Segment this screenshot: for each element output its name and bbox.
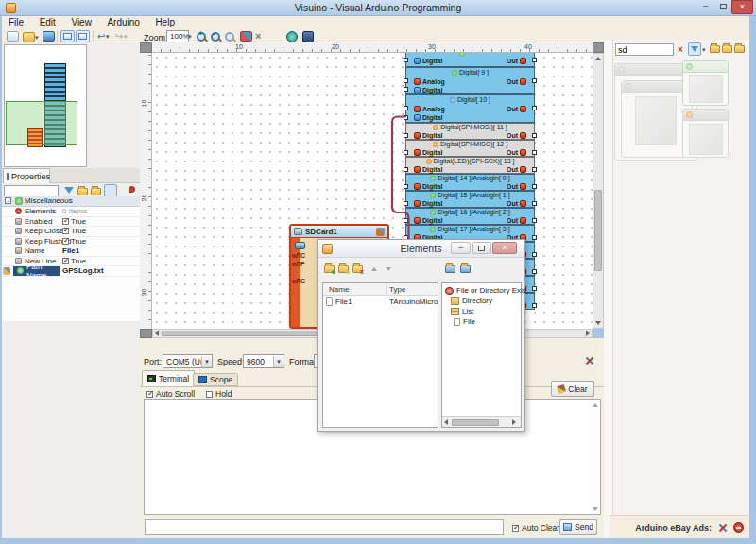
collapse-icon[interactable]: - bbox=[5, 197, 11, 204]
filter-button[interactable] bbox=[688, 42, 701, 56]
pin-out-label[interactable]: Out bbox=[507, 78, 518, 85]
sdcard-pin[interactable]: ЛC bbox=[296, 252, 305, 259]
palette-component-card[interactable] bbox=[682, 109, 729, 158]
port-combobox[interactable]: COM5 (Unava ▾ bbox=[163, 354, 213, 368]
clear-button[interactable]: Clear bbox=[551, 381, 594, 397]
menu-arduino[interactable]: Arduino bbox=[100, 16, 146, 29]
panel-splitter[interactable] bbox=[604, 40, 612, 538]
pin-label[interactable]: Analog bbox=[422, 106, 445, 112]
speed-combobox[interactable]: 9600 ▾ bbox=[243, 354, 284, 368]
scroll-up-icon[interactable] bbox=[595, 57, 601, 60]
dialog-close-button[interactable]: × bbox=[492, 242, 517, 254]
build-icon[interactable] bbox=[240, 31, 252, 42]
pin-box-digital-16-analog-2[interactable]: Digital[ 16 ]/AnalogIn[ 2 ] Digital Out bbox=[405, 208, 535, 225]
collapse-all-icon[interactable] bbox=[734, 45, 745, 53]
scrollbar-thumb[interactable] bbox=[594, 190, 602, 271]
pin-label[interactable]: Digital bbox=[422, 149, 442, 156]
category-folder-icon[interactable] bbox=[710, 45, 720, 53]
send-input[interactable] bbox=[145, 519, 504, 535]
hold-checkbox[interactable]: Hold bbox=[206, 389, 232, 399]
property-row-path-name-selected[interactable]: Path Name GPSLog.txt bbox=[2, 266, 140, 277]
auto-scroll-checkbox[interactable]: ✓Auto Scroll bbox=[146, 389, 195, 399]
scroll-left-icon[interactable] bbox=[444, 419, 448, 425]
pin-label[interactable]: Digital bbox=[422, 183, 442, 190]
pin-label[interactable]: Digital bbox=[422, 58, 442, 64]
tab-terminal[interactable]: Terminal bbox=[142, 370, 195, 386]
property-row-elements[interactable]: Elements 0 Items bbox=[2, 207, 140, 217]
scroll-down-icon[interactable] bbox=[593, 507, 598, 511]
clear-search-icon[interactable]: × bbox=[678, 45, 683, 55]
category-view-button[interactable] bbox=[104, 184, 117, 197]
tree-item-directory[interactable]: Directory bbox=[451, 297, 492, 305]
pin-box-digital-10[interactable]: Digital[ 10 ] Analog Out Digital bbox=[405, 94, 535, 123]
scroll-right-icon[interactable] bbox=[512, 419, 516, 425]
zoom-reset-icon[interactable] bbox=[224, 30, 236, 42]
list-header[interactable]: Name Type bbox=[323, 283, 438, 296]
ads-settings-icon[interactable] bbox=[717, 522, 729, 534]
checkbox-checked[interactable]: ✓ bbox=[62, 218, 69, 225]
pin-box-digital-15-analog-1[interactable]: Digital[ 15 ]/AnalogIn[ 1 ] Digital Out bbox=[405, 191, 535, 208]
pin-out-label[interactable]: Out bbox=[507, 200, 518, 207]
dropdown-icon[interactable]: ▾ bbox=[201, 356, 212, 367]
pin-label[interactable]: Digital bbox=[422, 217, 442, 224]
canvas-vertical-scrollbar[interactable] bbox=[593, 53, 604, 329]
dialog-maximize-button[interactable] bbox=[472, 242, 491, 254]
filter-icon[interactable] bbox=[64, 187, 74, 194]
move-up-icon[interactable] bbox=[371, 267, 377, 271]
expand-tree-icon[interactable] bbox=[445, 265, 455, 273]
property-row-enabled[interactable]: Enabled ✓True bbox=[2, 217, 140, 228]
save-button[interactable] bbox=[43, 31, 55, 42]
checkbox-checked[interactable]: ✓ bbox=[62, 228, 69, 234]
sdcard-pin[interactable]: ЛC bbox=[296, 278, 305, 284]
pin-out-label[interactable]: Out bbox=[507, 183, 518, 190]
overview-minimap[interactable] bbox=[4, 44, 87, 167]
pin-box-led-spi-sck-13[interactable]: Digital(LED)(SPI-SCK)[ 13 ] Digital Out bbox=[405, 157, 535, 174]
filter-dropdown-icon[interactable]: ▾ bbox=[702, 43, 706, 56]
minimize-button[interactable]: – bbox=[696, 0, 714, 13]
zoom-out-icon[interactable]: - bbox=[210, 30, 222, 42]
checkbox-checked[interactable]: ✓ bbox=[62, 258, 69, 264]
tab-properties[interactable]: Properties bbox=[3, 168, 50, 183]
tree-item-file-or-directory-exists[interactable]: File or Directory Exis bbox=[445, 286, 526, 295]
property-category-row[interactable]: - Miscellaneous bbox=[2, 196, 140, 207]
zoom-in-icon[interactable]: + bbox=[196, 30, 208, 42]
package-icon[interactable] bbox=[302, 31, 314, 42]
pin-label[interactable]: Analog bbox=[422, 78, 445, 85]
checkbox-checked[interactable]: ✓ bbox=[62, 238, 69, 245]
view-layout-button-2[interactable] bbox=[76, 30, 90, 42]
move-down-icon[interactable] bbox=[386, 267, 391, 271]
collapse-tree-icon[interactable] bbox=[460, 265, 471, 273]
sdcard-header[interactable]: SDCard1 bbox=[291, 226, 387, 238]
component-settings-icon[interactable] bbox=[376, 228, 385, 236]
undo-dropdown-icon[interactable]: ▾ bbox=[106, 30, 110, 42]
delete-icon[interactable]: × bbox=[255, 30, 261, 42]
zoom-dropdown-icon[interactable]: ▾ bbox=[188, 30, 192, 42]
pin-out-label[interactable]: Out bbox=[507, 58, 518, 64]
pin-box-spi-miso-12[interactable]: Digital(SPI-MISO)[ 12 ] Digital Out bbox=[405, 140, 535, 157]
column-name[interactable]: Name bbox=[329, 285, 349, 294]
component-search-input[interactable] bbox=[615, 43, 674, 56]
column-type[interactable]: Type bbox=[389, 285, 405, 294]
pin-box-digital-14-analog-0[interactable]: Digital[ 14 ]/AnalogIn[ 0 ] Digital Out bbox=[405, 174, 535, 191]
expand-all-icon[interactable] bbox=[722, 45, 732, 53]
menu-view[interactable]: View bbox=[64, 16, 98, 29]
tree-horizontal-scrollbar[interactable] bbox=[442, 416, 521, 427]
property-row-keep-flushed[interactable]: Keep Flushed ✓True bbox=[2, 237, 140, 247]
menu-help[interactable]: Help bbox=[148, 16, 181, 29]
scroll-left-icon[interactable] bbox=[155, 331, 159, 336]
web-icon[interactable] bbox=[286, 31, 298, 42]
tree-item-list[interactable]: List bbox=[451, 307, 473, 315]
scroll-up-icon[interactable] bbox=[593, 403, 598, 407]
delete-element-icon[interactable]: x bbox=[352, 265, 363, 273]
view-layout-button-1[interactable] bbox=[60, 30, 75, 42]
pin-out-label[interactable]: Out bbox=[507, 106, 518, 112]
property-row-new-line[interactable]: New Line ✓True bbox=[2, 257, 140, 267]
pin-label[interactable]: Digital bbox=[422, 166, 442, 173]
dialog-minimize-button[interactable]: – bbox=[451, 242, 471, 254]
pin-out-label[interactable]: Out bbox=[507, 132, 518, 139]
pin-out-label[interactable]: Out bbox=[507, 166, 518, 173]
pin-box-digital-9[interactable]: Digital[ 9 ] Analog Out Digital bbox=[405, 67, 535, 94]
expand-folder-icon[interactable] bbox=[77, 188, 88, 196]
ads-close-icon[interactable] bbox=[733, 522, 744, 533]
pin-label[interactable]: Digital bbox=[422, 200, 442, 207]
